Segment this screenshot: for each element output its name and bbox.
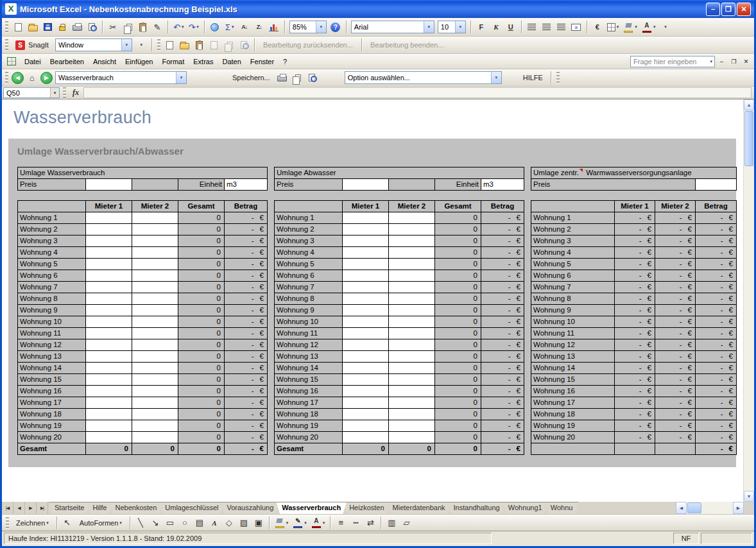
send-review-icon[interactable] [237,38,251,52]
table-cell[interactable] [132,316,178,327]
autosum-icon[interactable]: Σ▾ [223,20,237,34]
tab-umlageschlüssel[interactable]: Umlageschlüssel [159,502,224,514]
sort-descending-icon[interactable]: Z↓ [252,20,266,34]
textbox-icon[interactable]: ▤ [193,516,207,530]
table-cell[interactable]: Wohnung 10 [18,316,86,327]
table-cell[interactable]: Wohnung 6 [531,270,615,281]
table-cell[interactable] [389,363,435,373]
table-cell[interactable]: -€ [655,282,696,293]
table-cell[interactable] [343,420,389,431]
table-cell[interactable]: Wohnung 5 [531,259,615,270]
table-cell[interactable]: Wohnung 19 [275,420,343,431]
menu-bearbeiten[interactable]: Bearbeiten [46,56,89,67]
table-cell[interactable]: 0 [178,328,225,339]
table-cell[interactable] [86,432,132,443]
table-cell[interactable] [343,247,389,258]
table-cell[interactable] [389,397,435,408]
font-color-icon[interactable]: A▾ [309,516,327,530]
table-cell[interactable] [389,282,435,293]
autoformen-button[interactable]: AutoFormen▾ [75,516,126,530]
align-center-icon[interactable] [540,20,554,34]
table-cell[interactable]: 0 [178,282,225,293]
table-cell[interactable]: Wohnung 17 [275,397,343,408]
italic-icon[interactable]: K [489,20,503,34]
table-cell[interactable]: -€ [615,328,655,339]
toolbar-grip[interactable] [5,21,8,33]
table-cell[interactable] [132,224,178,235]
table-cell[interactable]: -€ [225,409,267,420]
table-cell[interactable]: Wohnung 8 [275,293,343,304]
table-cell[interactable]: Wohnung 3 [18,235,86,246]
snagit-button[interactable]: S SnagIt [11,38,53,52]
table-cell[interactable]: Gesamt [18,443,86,454]
table-cell[interactable]: 0 [389,443,435,454]
table-cell[interactable]: -€ [696,224,736,235]
tab-nebenkosten[interactable]: Nebenkosten [109,502,162,514]
table-cell[interactable]: -€ [655,235,696,246]
table-cell[interactable] [86,374,132,385]
table-cell[interactable]: Betrag [225,201,267,212]
tab-wohnung1[interactable]: Wohnung1 [503,502,548,514]
table-cell[interactable]: Gesamt [178,201,225,212]
table-cell[interactable]: 0 [435,247,481,258]
table-cell[interactable]: Wohnung 19 [531,420,615,431]
table-cell[interactable]: -€ [481,363,524,373]
table-cell[interactable]: -€ [615,386,655,397]
table-cell[interactable] [531,443,615,454]
table-cell[interactable]: -€ [696,293,736,304]
save-button[interactable]: Speichern... [228,71,275,85]
print-button-icon[interactable] [275,71,289,85]
line-style-icon[interactable]: ≡ [334,516,348,530]
table-cell[interactable] [389,339,435,350]
table-cell[interactable]: -€ [615,305,655,316]
first-sheet-button[interactable]: |◀ [2,502,13,514]
threed-style-icon[interactable]: ▱ [399,516,413,530]
table-cell[interactable]: m3 [225,179,267,190]
table-cell[interactable]: 0 [435,443,481,454]
table-cell[interactable] [86,293,132,304]
table-cell[interactable] [389,328,435,339]
scroll-up-icon[interactable]: ▲ [744,99,754,110]
table-cell[interactable]: Wohnung 4 [275,247,343,258]
table-cell[interactable]: -€ [655,420,696,431]
table-cell[interactable] [132,293,178,304]
table-title[interactable]: Umlage zentr. Warmwasserversorgungsanlag… [531,167,736,178]
table-cell[interactable]: -€ [615,282,655,293]
table-cell[interactable]: Wohnung 18 [18,409,86,420]
table-cell[interactable] [132,282,178,293]
new-file-icon[interactable] [11,20,25,34]
table-cell[interactable] [696,179,736,190]
table-cell[interactable]: Wohnung 9 [531,305,615,316]
table-cell[interactable] [86,259,132,270]
tab-mieterdatenbank[interactable]: Mieterdatenbank [387,502,451,514]
chart-wizard-icon[interactable] [267,20,281,34]
tab-hilfe[interactable]: Hilfe [87,502,112,514]
table-cell[interactable]: -€ [225,305,267,316]
table-cell[interactable]: -€ [615,235,655,246]
table-cell[interactable] [86,235,132,246]
table-cell[interactable] [389,374,435,385]
table-cell[interactable]: 0 [435,270,481,281]
table-cell[interactable]: -€ [615,374,655,385]
table-cell[interactable]: Wohnung 6 [18,270,86,281]
table-cell[interactable] [531,201,615,212]
table-cell[interactable]: -€ [225,397,267,408]
table-cell[interactable]: 0 [132,443,178,454]
table-cell[interactable] [343,305,389,316]
table-cell[interactable] [343,224,389,235]
table-cell[interactable] [343,293,389,304]
tab-heizkosten[interactable]: Heizkosten [343,502,390,514]
table-cell[interactable]: Wohnung 1 [18,212,86,223]
table-cell[interactable]: Wohnung 11 [531,328,615,339]
table-cell[interactable] [389,212,435,223]
picture-icon[interactable]: ▣ [252,516,266,530]
table-cell[interactable]: -€ [655,374,696,385]
table-cell[interactable]: Preis [275,179,343,190]
table-cell[interactable]: Wohnung 2 [531,224,615,235]
table-cell[interactable] [343,339,389,350]
open-review-icon[interactable] [178,38,192,52]
table-cell[interactable] [389,420,435,431]
table-cell[interactable] [132,179,178,190]
table-cell[interactable] [343,409,389,420]
table-cell[interactable] [389,432,435,443]
